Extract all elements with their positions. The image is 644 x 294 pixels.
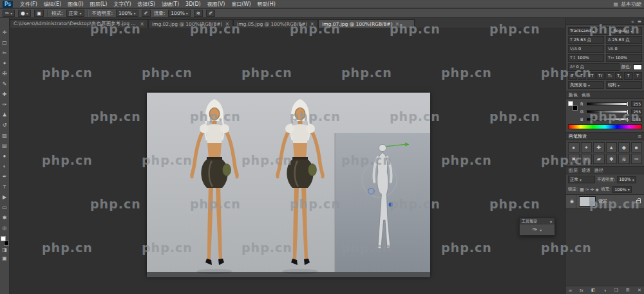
floating-tool-presets-panel[interactable]: 工具预设 × ✑ ▾	[519, 217, 555, 235]
move-tool[interactable]: ✛	[1, 27, 9, 37]
channel-value[interactable]: 255	[631, 109, 642, 115]
blur-tool[interactable]: ●	[1, 151, 9, 161]
type-style-button[interactable]: T₁	[615, 72, 624, 80]
type-style-button[interactable]: T¹	[605, 72, 614, 80]
crop-tool[interactable]: ✠	[1, 68, 9, 78]
type-style-button[interactable]: T	[568, 72, 577, 80]
menu-item[interactable]: 帮助(H)	[254, 1, 279, 8]
active-tool-icon[interactable]: ✑▾	[3, 10, 15, 17]
preset-swatch[interactable]: ◐	[581, 154, 592, 164]
lock-pixels-icon[interactable]: ✑	[585, 187, 589, 192]
pressure-opacity-button[interactable]: ✐	[142, 10, 151, 17]
foreground-color-swatch[interactable]	[1, 236, 6, 241]
channel-value[interactable]: 255	[631, 116, 642, 122]
shape-tool[interactable]: ▭	[1, 202, 9, 212]
adjustment-layer-icon[interactable]: ◑	[603, 288, 606, 293]
slider-thumb[interactable]	[627, 109, 629, 115]
preset-swatch[interactable]: ■	[631, 142, 643, 152]
horizontal-scale-field[interactable]: T↔100%	[606, 54, 642, 62]
lock-transparent-icon[interactable]: ▦	[580, 187, 584, 192]
kerning-field[interactable]: V/A0	[568, 45, 604, 53]
background-color-swatch[interactable]	[573, 106, 578, 111]
lasso-tool[interactable]: ✂	[1, 48, 9, 58]
panel-tab[interactable]: 画笔预设	[569, 133, 587, 140]
preset-swatch[interactable]: ●	[568, 142, 580, 152]
type-style-button[interactable]: TT	[587, 72, 596, 80]
preset-swatch[interactable]: ✱	[606, 154, 618, 164]
close-icon[interactable]: ×	[549, 219, 553, 224]
leading-field[interactable]: A25.63 点	[606, 36, 642, 44]
layer-group-icon[interactable]: ❏	[614, 288, 618, 293]
dodge-tool[interactable]: ◐	[1, 161, 9, 171]
background-color-swatch[interactable]	[4, 241, 9, 246]
layer-thumbnail[interactable]	[579, 196, 596, 207]
fill-input[interactable]: 100%▾	[612, 186, 632, 193]
preset-swatch[interactable]: ≋	[618, 154, 630, 164]
tracking-field[interactable]: VA0	[606, 45, 642, 53]
panel-tab[interactable]: 图层	[569, 167, 578, 174]
marquee-tool[interactable]: ▢	[1, 37, 9, 48]
pen-tool[interactable]: ✒	[1, 171, 9, 181]
preset-swatch[interactable]: ▰	[593, 154, 605, 164]
font-size-field[interactable]: T25.63 点	[568, 36, 604, 44]
tab-close-icon[interactable]: ×	[140, 21, 144, 27]
document-tab[interactable]: img.05.jpg @ 100%(RGB/8#) ×	[233, 19, 318, 28]
flow-input[interactable]: 100%▾	[168, 10, 190, 17]
menu-item[interactable]: 滤镜(T)	[158, 1, 182, 8]
color-spectrum-ramp[interactable]	[568, 124, 642, 129]
menu-item[interactable]: 图像(I)	[64, 1, 87, 8]
layer-row-background[interactable]: ◉ 背景	[566, 195, 644, 208]
link-layers-icon[interactable]: ∞	[569, 288, 572, 293]
eraser-tool[interactable]: ▨	[1, 130, 9, 140]
menu-item[interactable]: 图层(L)	[87, 1, 111, 8]
preset-swatch[interactable]: ✦	[581, 142, 592, 152]
slider-thumb[interactable]	[627, 117, 629, 122]
path-selection-tool[interactable]: ▶	[1, 192, 9, 202]
channel-slider[interactable]	[587, 118, 629, 121]
screen-mode-button[interactable]: ▣	[1, 254, 9, 262]
color-panel-swatches[interactable]	[568, 101, 578, 111]
layer-visibility-toggle[interactable]: ◉	[568, 196, 576, 208]
history-brush-tool[interactable]: ↺	[1, 120, 9, 130]
quick-selection-tool[interactable]: ✦	[1, 58, 9, 68]
menu-item[interactable]: 窗口(W)	[228, 1, 254, 8]
channel-value[interactable]: 255	[631, 101, 642, 107]
open-document-image[interactable]	[147, 93, 430, 277]
clone-stamp-tool[interactable]: ♟	[1, 109, 9, 120]
preset-swatch[interactable]: ✖	[568, 154, 580, 164]
text-color-swatch[interactable]	[633, 64, 642, 70]
tab-close-icon[interactable]: ×	[225, 21, 229, 27]
quick-mask-button[interactable]: ◨	[1, 246, 9, 254]
menu-item[interactable]: 视图(V)	[204, 1, 229, 8]
language-select[interactable]: 美国英语▾	[568, 81, 604, 89]
menu-item[interactable]: 编辑(E)	[41, 1, 64, 8]
preset-swatch[interactable]: ✚	[593, 142, 605, 152]
tab-close-icon[interactable]: ×	[310, 21, 314, 27]
foreground-background-swatches[interactable]	[1, 236, 9, 246]
brush-preset-picker[interactable]: ●▾	[18, 10, 31, 17]
lock-all-icon[interactable]: ◈	[596, 187, 599, 192]
menu-item[interactable]: 文件(F)	[17, 1, 41, 8]
blend-mode-select[interactable]: 正常▾	[66, 10, 84, 17]
layer-mask-icon[interactable]: ◧	[591, 288, 596, 293]
channel-slider[interactable]	[587, 110, 629, 113]
delete-layer-icon[interactable]: ✕	[638, 288, 641, 293]
type-style-button[interactable]: T	[624, 72, 633, 80]
zoom-tool[interactable]: ◎	[1, 223, 9, 233]
baseline-shift-field[interactable]: Aª0 点	[568, 63, 620, 71]
panel-tab[interactable]: 路径	[594, 167, 603, 174]
type-style-button[interactable]: T	[578, 72, 587, 80]
pressure-size-button[interactable]: ✐	[206, 10, 215, 17]
type-tool[interactable]: T	[1, 181, 9, 192]
hand-tool[interactable]: ✱	[1, 212, 9, 223]
layer-opacity-input[interactable]: 100%▾	[617, 176, 636, 183]
collapse-panels-icon[interactable]: «	[631, 19, 634, 24]
font-family-select[interactable]: Tracksand▾	[568, 27, 609, 35]
airbrush-button[interactable]: ≋	[194, 10, 203, 17]
toggle-brush-panel-button[interactable]: ▣	[34, 10, 44, 17]
lock-position-icon[interactable]: ✛	[591, 187, 594, 192]
menu-item[interactable]: 3D(D)	[182, 1, 204, 7]
menu-item[interactable]: 文字(Y)	[110, 1, 134, 8]
eyedropper-tool[interactable]: ✎	[1, 78, 9, 89]
antialias-select[interactable]: 锐利▾	[606, 81, 642, 89]
